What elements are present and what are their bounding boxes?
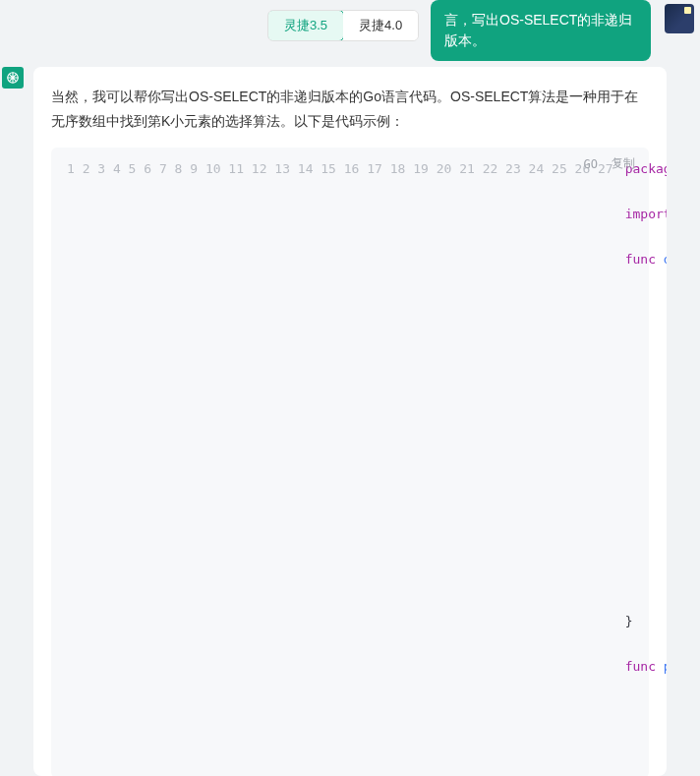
bot-avatar [2, 67, 24, 89]
code-lang-label: GO [584, 157, 598, 171]
tab-lingjie-35[interactable]: 灵捷3.5 [267, 10, 344, 41]
code-block: GO 复制 1 2 3 4 5 6 7 8 9 10 11 12 13 14 1… [51, 148, 649, 776]
code-content[interactable]: package main import "fmt" func osSelect(… [625, 157, 667, 768]
bot-icon [6, 71, 20, 85]
answer-card: 当然，我可以帮你写出OS-SELECT的非递归版本的Go语言代码。OS-SELE… [33, 67, 667, 776]
user-prompt-text: 言，写出OS-SELECT的非递归版本。 [444, 12, 632, 48]
answer-text: 当然，我可以帮你写出OS-SELECT的非递归版本的Go语言代码。OS-SELE… [51, 85, 649, 134]
copy-button[interactable]: 复制 [612, 155, 635, 172]
model-tabs: 灵捷3.5 灵捷4.0 [267, 10, 419, 41]
user-prompt-bubble: 言，写出OS-SELECT的非递归版本。 [431, 0, 651, 61]
user-avatar[interactable] [665, 4, 694, 33]
line-number-gutter: 1 2 3 4 5 6 7 8 9 10 11 12 13 14 15 16 1… [51, 157, 625, 768]
tab-lingjie-40[interactable]: 灵捷4.0 [343, 11, 418, 40]
